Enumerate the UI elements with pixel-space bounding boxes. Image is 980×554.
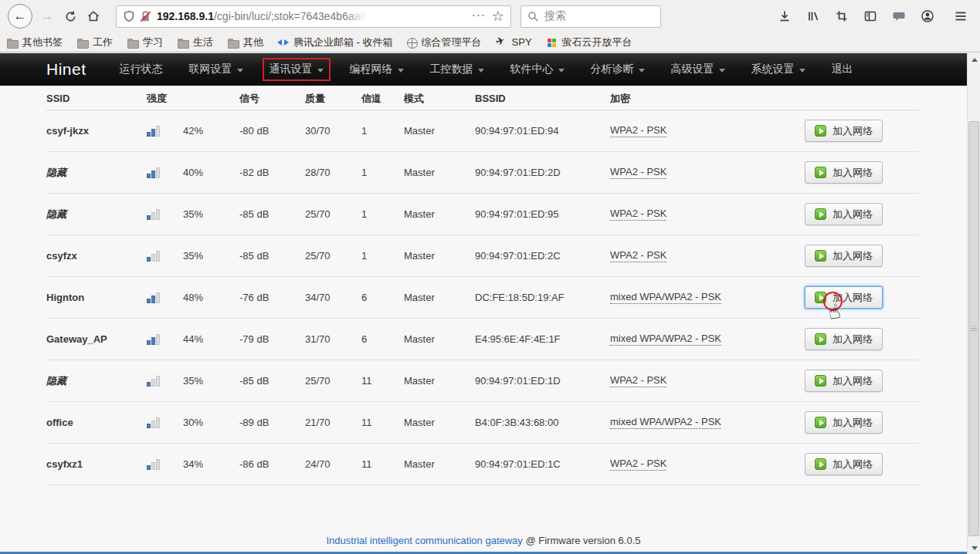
- download-icon: [778, 9, 792, 23]
- signal-cell: -85 dB: [239, 375, 305, 387]
- page-actions-button[interactable]: ···: [472, 8, 486, 21]
- bookmark-item[interactable]: 工作: [76, 35, 113, 49]
- back-button[interactable]: ←: [8, 4, 32, 29]
- join-network-button[interactable]: 加入网络: [805, 161, 883, 184]
- column-header: 加密: [610, 92, 805, 106]
- signal-cell: -80 dB: [239, 125, 305, 137]
- bookmark-item[interactable]: SPY: [496, 36, 532, 49]
- vertical-scrollbar[interactable]: [967, 53, 980, 554]
- bookmark-item[interactable]: 腾讯企业邮箱 - 收件箱: [277, 35, 393, 49]
- nav-menu-item[interactable]: 退出: [825, 58, 860, 81]
- join-network-label: 加入网络: [832, 291, 873, 305]
- signal-cell: -79 dB: [239, 333, 305, 345]
- play-icon: [815, 125, 826, 137]
- nav-menu-item[interactable]: 系统设置: [744, 58, 812, 81]
- scroll-down-button[interactable]: [968, 542, 980, 554]
- scrollbar-thumb[interactable]: [968, 121, 979, 536]
- strength-cell: 35%: [183, 375, 239, 387]
- bookmark-item[interactable]: 其他书签: [6, 35, 63, 49]
- join-network-label: 加入网络: [832, 416, 873, 430]
- bookmark-item[interactable]: 萤石云开放平台: [546, 35, 632, 49]
- join-network-button[interactable]: 加入网络: [805, 245, 883, 267]
- nav-menu-item[interactable]: 高级设置: [664, 58, 732, 81]
- bookmark-star-button[interactable]: ☆: [492, 8, 504, 25]
- scroll-up-button[interactable]: [968, 53, 980, 66]
- chevron-down-icon: [317, 69, 324, 73]
- nav-menu-item[interactable]: 运行状态: [113, 58, 170, 81]
- library-button[interactable]: [806, 9, 820, 23]
- account-icon: [921, 9, 934, 23]
- sidebar-button[interactable]: [863, 9, 877, 23]
- channel-cell: 1: [361, 208, 404, 220]
- quality-cell: 30/70: [305, 125, 361, 137]
- bookmark-item[interactable]: 综合管理平台: [407, 35, 482, 49]
- strength-cell: 30%: [183, 417, 239, 428]
- signal-strength-icon: [147, 333, 162, 345]
- reload-button[interactable]: [59, 5, 82, 28]
- encryption-cell: WPA2 - PSK: [610, 374, 666, 387]
- ssid-cell: 隐藏: [46, 374, 147, 388]
- join-network-button[interactable]: 加入网络: [805, 203, 883, 225]
- signal-strength-icon: [147, 167, 162, 178]
- play-icon: [815, 458, 826, 470]
- reload-icon: [64, 10, 77, 23]
- screenshot-button[interactable]: [835, 9, 849, 23]
- account-button[interactable]: [921, 9, 934, 23]
- forward-icon: →: [41, 8, 54, 24]
- quality-cell: 25/70: [305, 250, 361, 262]
- bookmark-item[interactable]: 学习: [127, 35, 163, 49]
- nav-menu-item[interactable]: 软件中心: [504, 58, 571, 81]
- mode-cell: Master: [404, 375, 475, 387]
- join-network-button[interactable]: 加入网络: [805, 453, 883, 475]
- search-placeholder: 搜索: [544, 9, 566, 23]
- channel-cell: 6: [361, 333, 404, 345]
- signal-strength-icon: [147, 292, 162, 303]
- bssid-cell: 90:94:97:01:ED:2C: [475, 250, 610, 262]
- join-network-button[interactable]: 加入网络: [805, 370, 883, 392]
- join-network-label: 加入网络: [832, 374, 873, 388]
- nav-menu-label: 运行状态: [120, 62, 163, 76]
- nav-menu-item[interactable]: 分析诊断: [584, 58, 652, 81]
- nav-menu-item[interactable]: 编程网络: [343, 58, 411, 81]
- nav-menu-item[interactable]: 通讯设置: [263, 58, 331, 81]
- sidebar-icon: [863, 9, 877, 23]
- join-network-button[interactable]: 加入网络: [805, 286, 883, 309]
- strength-cell: 42%: [183, 125, 239, 137]
- url-bar[interactable]: 192.168.9.1/cgi-bin/luci/;stok=7643e4b6a…: [116, 5, 511, 28]
- signal-strength-icon: [147, 250, 162, 262]
- mode-cell: Master: [404, 250, 475, 262]
- bookmark-item[interactable]: 生活: [177, 35, 213, 49]
- channel-cell: 6: [361, 292, 404, 303]
- messages-button[interactable]: [892, 9, 906, 23]
- join-network-button[interactable]: 加入网络: [805, 328, 883, 350]
- url-host: 192.168.9.1: [157, 10, 214, 22]
- bookmark-icon: [127, 36, 139, 49]
- forward-button[interactable]: →: [36, 5, 59, 28]
- encryption-cell: WPA2 - PSK: [610, 166, 666, 179]
- bssid-cell: DC:FE:18:5D:19:AF: [475, 292, 610, 303]
- ssid-cell: csyfzx: [46, 250, 147, 262]
- ssid-cell: Hignton: [46, 292, 147, 303]
- bookmark-icon: [277, 36, 290, 49]
- bookmark-icon: [76, 36, 89, 49]
- downloads-button[interactable]: [778, 9, 792, 23]
- mode-cell: Master: [404, 458, 475, 470]
- search-box[interactable]: 搜索: [521, 5, 661, 28]
- signal-cell: -76 dB: [239, 292, 305, 303]
- encryption-cell: mixed WPA/WPA2 - PSK: [610, 333, 721, 346]
- footer-gateway-link[interactable]: Industrial intelligent communication gat…: [326, 535, 522, 546]
- strength-cell: 48%: [183, 292, 239, 303]
- nav-menu-item[interactable]: 工控数据: [423, 58, 491, 81]
- channel-cell: 11: [361, 417, 404, 428]
- column-header: 强度: [147, 92, 239, 106]
- nav-menu-label: 软件中心: [510, 62, 554, 76]
- nav-menu-label: 通讯设置: [270, 62, 313, 76]
- play-icon: [815, 417, 826, 428]
- strength-cell: 35%: [183, 208, 239, 220]
- bookmark-item[interactable]: 其他: [227, 35, 263, 49]
- menu-button[interactable]: [954, 9, 968, 23]
- join-network-button[interactable]: 加入网络: [805, 120, 883, 142]
- home-button[interactable]: [82, 5, 105, 28]
- nav-menu-item[interactable]: 联网设置: [182, 58, 250, 81]
- join-network-button[interactable]: 加入网络: [805, 411, 883, 434]
